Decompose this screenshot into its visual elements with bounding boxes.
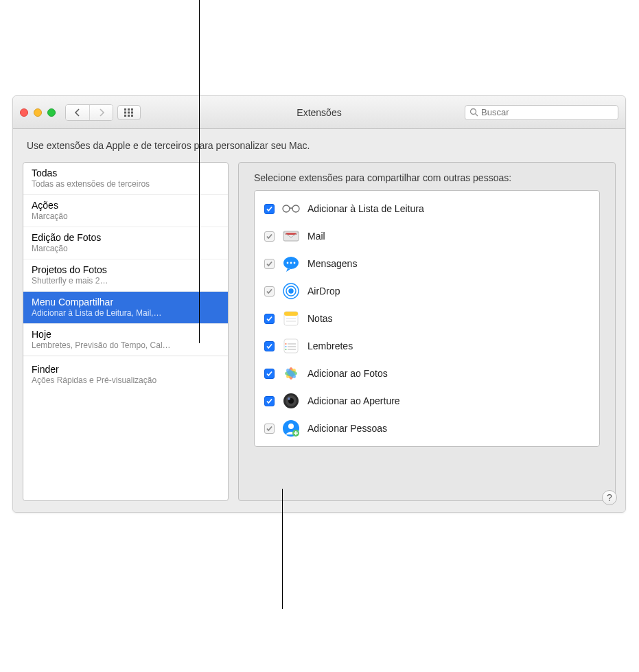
extension-row-adicionar-fotos: Adicionar ao Fotos	[255, 360, 599, 387]
search-input[interactable]	[481, 107, 614, 117]
question-mark-icon: ?	[607, 492, 612, 503]
svg-point-32	[286, 349, 287, 350]
grid-icon	[124, 108, 134, 117]
extension-label: Mail	[307, 231, 325, 242]
sidebar-item-label: Hoje	[32, 329, 220, 340]
window-title: Extensões	[297, 107, 341, 118]
sidebar-item-todas[interactable]: Todas Todas as extensões de terceiros	[23, 163, 228, 195]
extension-label: Lembretes	[307, 340, 353, 351]
extension-checkbox[interactable]	[264, 231, 275, 242]
check-icon	[266, 233, 273, 240]
extension-label: Adicionar ao Fotos	[307, 368, 388, 379]
traffic-lights	[20, 108, 56, 117]
chevron-right-icon	[98, 108, 105, 117]
extension-checkbox[interactable]	[264, 424, 275, 434]
extension-checkbox[interactable]	[264, 204, 275, 214]
svg-rect-7	[128, 115, 130, 117]
search-icon	[469, 108, 478, 117]
sidebar-item-subtitle: Marcação	[32, 211, 220, 221]
close-window-button[interactable]	[20, 108, 28, 117]
extension-label: Mensagens	[307, 258, 357, 269]
show-all-button[interactable]	[117, 105, 141, 120]
svg-rect-0	[124, 108, 126, 111]
extension-row-reading-list: Adicionar à Lista de Leitura	[255, 195, 599, 222]
extension-checkbox[interactable]	[264, 369, 275, 379]
zoom-window-button[interactable]	[47, 108, 56, 117]
photos-icon	[281, 364, 301, 383]
sidebar-item-subtitle: Lembretes, Previsão do Tempo, Cal…	[32, 340, 220, 350]
extension-checkbox[interactable]	[264, 259, 275, 269]
extension-row-notas: Notas	[255, 305, 599, 332]
check-icon	[266, 425, 273, 432]
check-icon	[266, 288, 273, 295]
sidebar-item-acoes[interactable]: Ações Marcação	[23, 195, 228, 227]
check-icon	[266, 205, 273, 213]
check-icon	[266, 343, 273, 350]
minimize-window-button[interactable]	[34, 108, 42, 117]
categories-sidebar: Todas Todas as extensões de terceiros Aç…	[23, 162, 229, 501]
sidebar-item-projetos-fotos[interactable]: Projetos do Fotos Shutterfly e mais 2…	[23, 259, 228, 292]
extension-checkbox[interactable]	[264, 314, 275, 324]
sidebar-item-finder[interactable]: Finder Ações Rápidas e Pré-visualização	[23, 359, 228, 391]
chevron-left-icon	[74, 108, 81, 117]
svg-point-42	[288, 424, 294, 429]
titlebar: Extensões	[13, 96, 625, 129]
extension-row-mail: Mail	[255, 222, 599, 250]
svg-rect-8	[131, 115, 133, 117]
extension-checkbox[interactable]	[264, 286, 275, 297]
extensions-list: Adicionar à Lista de Leitura Mail	[254, 190, 600, 447]
callout-line-bottom	[282, 489, 283, 609]
svg-point-21	[289, 289, 293, 293]
sidebar-item-label: Projetos do Fotos	[32, 264, 220, 275]
extension-row-lembretes: Lembretes	[255, 332, 599, 360]
svg-rect-26	[284, 339, 298, 353]
extension-checkbox[interactable]	[264, 396, 275, 406]
svg-point-11	[283, 205, 290, 212]
help-button[interactable]: ?	[602, 490, 617, 505]
extension-label: Adicionar Pessoas	[307, 423, 387, 434]
check-icon	[266, 397, 273, 405]
svg-rect-1	[128, 108, 130, 111]
back-button[interactable]	[66, 105, 89, 120]
search-field[interactable]	[465, 105, 618, 120]
extension-checkbox[interactable]	[264, 341, 275, 351]
nav-buttons	[65, 104, 113, 121]
extension-label: Notas	[307, 313, 333, 324]
notes-icon	[281, 309, 301, 328]
extension-label: Adicionar ao Aperture	[307, 395, 400, 406]
preferences-window: Extensões Use extensões da Apple e de te…	[12, 95, 626, 513]
mail-icon	[281, 227, 301, 246]
sidebar-item-hoje[interactable]: Hoje Lembretes, Previsão do Tempo, Cal…	[23, 324, 228, 356]
sidebar-item-label: Edição de Fotos	[32, 232, 220, 243]
sidebar-item-subtitle: Shutterfly e mais 2…	[32, 276, 220, 286]
sidebar-item-edicao-fotos[interactable]: Edição de Fotos Marcação	[23, 227, 228, 259]
svg-rect-23	[284, 312, 298, 316]
panel-header: Selecione extensões para compartilhar co…	[254, 172, 600, 183]
svg-point-31	[286, 346, 287, 347]
sidebar-item-label: Menu Compartilhar	[32, 297, 220, 308]
svg-rect-6	[124, 115, 126, 117]
svg-point-16	[287, 262, 289, 264]
extension-row-adicionar-pessoas: Adicionar Pessoas	[255, 415, 599, 442]
description-text: Use extensões da Apple e de terceiros pa…	[13, 129, 625, 155]
messages-icon	[281, 254, 301, 273]
svg-rect-2	[131, 108, 133, 111]
sidebar-item-subtitle: Marcação	[32, 244, 220, 253]
add-people-icon	[281, 419, 301, 438]
svg-point-12	[292, 205, 299, 212]
forward-button[interactable]	[89, 105, 113, 120]
svg-point-17	[290, 262, 292, 264]
extension-label: Adicionar à Lista de Leitura	[307, 203, 424, 214]
sidebar-item-menu-compartilhar[interactable]: Menu Compartilhar Adicionar à Lista de L…	[23, 292, 228, 324]
extension-label: AirDrop	[307, 286, 340, 297]
extension-row-mensagens: Mensagens	[255, 250, 599, 277]
sidebar-item-label: Ações	[32, 200, 220, 211]
extensions-panel: Selecione extensões para compartilhar co…	[238, 162, 616, 501]
content-area: Todas Todas as extensões de terceiros Aç…	[13, 155, 625, 512]
extension-row-airdrop: AirDrop	[255, 277, 599, 305]
aperture-icon	[281, 391, 301, 410]
sidebar-item-subtitle: Ações Rápidas e Pré-visualização	[32, 375, 220, 385]
check-icon	[266, 370, 273, 378]
airdrop-icon	[281, 281, 301, 301]
check-icon	[266, 260, 273, 268]
